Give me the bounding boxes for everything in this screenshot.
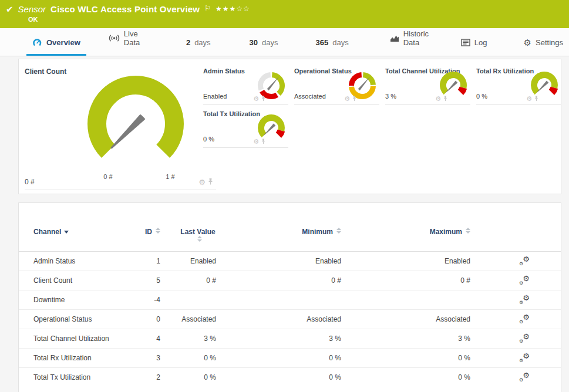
channel-settings-gears-icon[interactable]: ⚙⚙: [519, 333, 530, 343]
gauge-current-value: Associated: [294, 93, 326, 100]
pin-icon[interactable]: [261, 136, 266, 147]
gauges-panel: Client Count 0 # 1 # 0 # ⚙ Admin Status: [18, 59, 561, 194]
sort-icon: [155, 228, 160, 234]
channel-name[interactable]: Downtime: [19, 290, 145, 310]
channel-settings-gears-icon[interactable]: ⚙⚙: [519, 295, 530, 304]
channel-maximum: Associated: [341, 310, 470, 329]
gauge-settings-gear-icon[interactable]: ⚙: [198, 178, 206, 186]
column-header-minimum[interactable]: Minimum: [216, 219, 341, 252]
gauge-settings-gear-icon[interactable]: ⚙: [526, 96, 532, 102]
channel-name[interactable]: Admin Status: [19, 252, 145, 271]
tab-log[interactable]: Log: [455, 38, 493, 56]
channel-id: -4: [145, 290, 160, 310]
sort-icon: [197, 236, 202, 242]
channel-last-value: 0 %: [160, 349, 216, 368]
channel-table-body: Admin Status 1 Enabled Enabled Enabled ⚙…: [19, 252, 561, 387]
channel-maximum: 0 %: [341, 349, 470, 368]
gauge-settings-gear-icon[interactable]: ⚙: [344, 96, 350, 102]
channel-name[interactable]: Total Rx Utilization: [19, 349, 145, 368]
tab-2-days[interactable]: 2 days: [180, 38, 217, 56]
tab-number: 2: [186, 38, 190, 47]
pin-icon[interactable]: [261, 93, 266, 104]
gauge-current-value: 0 %: [476, 93, 487, 100]
channel-minimum: 3 %: [216, 329, 341, 349]
tab-settings[interactable]: ⚙ Settings: [518, 38, 569, 56]
channel-minimum: Associated: [216, 310, 341, 329]
flag-icon[interactable]: ⚐: [204, 4, 211, 12]
channel-id: 4: [145, 329, 160, 349]
channel-name[interactable]: Total Tx Utilization: [19, 368, 145, 387]
sort-icon: [465, 228, 470, 234]
channel-id: 5: [145, 271, 160, 290]
pin-icon[interactable]: [534, 93, 539, 104]
channel-last-value: 0 #: [160, 271, 216, 290]
priority-stars[interactable]: ★★★☆☆: [216, 5, 250, 13]
gauge-title: Operational Status: [294, 67, 352, 75]
object-kind-label: Sensor: [18, 4, 46, 14]
channel-name[interactable]: Client Count: [19, 271, 145, 290]
gauge-needle: [263, 124, 276, 137]
channel-id: 3: [145, 349, 160, 368]
pin-icon[interactable]: [443, 93, 448, 104]
tab-30-days[interactable]: 30 days: [244, 38, 284, 56]
channel-name[interactable]: Total Channel Utilization: [19, 329, 145, 349]
channel-last-value: 0 %: [160, 368, 216, 387]
table-row: Total Rx Utilization 3 0 % 0 % 0 % ⚙⚙: [19, 349, 561, 368]
channel-id: 1: [145, 252, 160, 271]
gauge-settings-gear-icon[interactable]: ⚙: [253, 138, 259, 145]
log-list-icon: [461, 39, 470, 46]
gauge-icon: [32, 38, 42, 47]
channel-last-value: Associated: [160, 310, 216, 329]
tab-label: days: [262, 38, 278, 47]
tab-number: 30: [250, 38, 258, 47]
tab-overview[interactable]: Overview: [26, 38, 86, 56]
tab-label: Live Data: [124, 29, 146, 47]
column-header-channel[interactable]: Channel: [19, 219, 145, 252]
channel-settings-gears-icon[interactable]: ⚙⚙: [519, 372, 530, 381]
table-header-row: Channel ID Last Value Minimum Maximum: [19, 219, 561, 252]
channel-settings-gears-icon[interactable]: ⚙⚙: [519, 314, 530, 323]
table-row: Total Tx Utilization 2 0 % 0 % 0 % ⚙⚙: [19, 368, 561, 387]
gauge-settings-gear-icon[interactable]: ⚙: [253, 96, 259, 102]
tab-label: Historic Data: [403, 29, 435, 47]
gauge-scale-max: 1 #: [159, 173, 182, 180]
tab-365-days[interactable]: 365 days: [310, 38, 355, 56]
channel-settings-gears-icon[interactable]: ⚙⚙: [519, 256, 530, 265]
client-count-gauge-panel: Client Count 0 # 1 # 0 # ⚙: [25, 64, 216, 190]
gauge-title: Total Rx Utilization: [476, 67, 534, 75]
channel-last-value: 3 %: [160, 329, 216, 349]
gauge-needle: [536, 81, 549, 94]
tab-label: Overview: [46, 38, 80, 47]
channel-settings-gears-icon[interactable]: ⚙⚙: [519, 275, 530, 285]
sort-desc-icon: [64, 231, 69, 234]
column-header-maximum[interactable]: Maximum: [341, 219, 470, 252]
sort-icon: [336, 228, 341, 234]
channel-maximum: 3 %: [341, 329, 470, 349]
column-header-last-value[interactable]: Last Value: [160, 219, 216, 252]
channel-maximum: Enabled: [341, 252, 470, 271]
pin-icon[interactable]: [207, 177, 214, 187]
column-header-id[interactable]: ID: [145, 219, 160, 252]
tab-label: Settings: [536, 38, 563, 47]
gauge-needle: [267, 76, 280, 90]
channel-settings-gears-icon[interactable]: ⚙⚙: [519, 353, 530, 362]
admin-status-gauge-panel: Admin Status Enabled ⚙: [203, 64, 288, 105]
gauge-settings-gear-icon[interactable]: ⚙: [435, 96, 441, 102]
channel-maximum: 0 #: [341, 271, 470, 290]
channel-name[interactable]: Operational Status: [19, 310, 145, 329]
gauge-current-value: 3 %: [385, 93, 396, 100]
gauge-current-value: Enabled: [203, 93, 227, 100]
tab-historic-data[interactable]: Historic Data: [384, 29, 441, 56]
channel-minimum: 0 %: [216, 349, 341, 368]
channel-last-value: [160, 290, 216, 310]
channel-id: 0: [145, 310, 160, 329]
gauge-needle: [358, 76, 371, 90]
tab-live-data[interactable]: Live Data: [103, 29, 152, 56]
channel-minimum: Enabled: [216, 252, 341, 271]
total-tx-utilization-gauge-panel: Total Tx Utilization 0 % ⚙: [203, 107, 288, 148]
channel-minimum: 0 %: [216, 368, 341, 387]
operational-status-gauge-panel: Operational Status Associated ⚙: [294, 64, 379, 105]
table-row: Total Channel Utilization 4 3 % 3 % 3 % …: [19, 329, 561, 349]
pin-icon[interactable]: [352, 93, 357, 104]
channel-maximum: [341, 290, 470, 310]
